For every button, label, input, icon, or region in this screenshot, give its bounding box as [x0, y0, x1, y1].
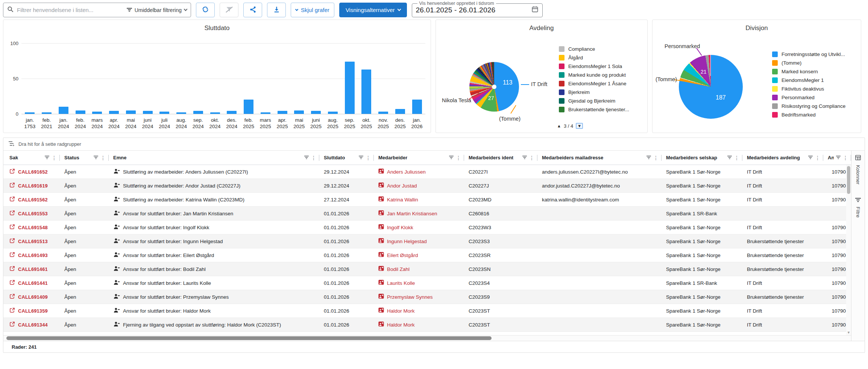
- calendar-icon[interactable]: [531, 6, 539, 14]
- case-link[interactable]: CALL691359: [18, 308, 48, 314]
- open-case-icon[interactable]: [9, 293, 15, 300]
- search-input[interactable]: [17, 7, 123, 13]
- column-filter-icon[interactable]: [727, 154, 732, 161]
- employee-link[interactable]: Eilert Østgård: [387, 253, 418, 258]
- case-link[interactable]: CALL691513: [18, 239, 48, 244]
- column-menu-icon[interactable]: ⋮: [311, 156, 316, 160]
- vertical-scrollbar-thumb[interactable]: [847, 166, 850, 194]
- case-link[interactable]: CALL691562: [18, 197, 48, 203]
- table-row[interactable]: CALL691409ÅpenAnsvar for sluttført bruke…: [3, 290, 851, 304]
- table-row[interactable]: CALL691553ÅpenAnsvar for sluttført bruke…: [3, 207, 851, 221]
- column-menu-icon[interactable]: ⋮: [653, 156, 659, 160]
- row-group-dropzone[interactable]: Dra hit for å sette radgrupper: [3, 138, 865, 151]
- column-filter-icon[interactable]: [808, 154, 813, 161]
- column-menu-icon[interactable]: ⋮: [529, 156, 534, 160]
- view-options-button[interactable]: Visningsalternativer: [339, 3, 407, 17]
- horizontal-scrollbar[interactable]: [3, 335, 851, 341]
- column-header-mail[interactable]: Medarbeiders mailadresse⋮: [537, 151, 662, 165]
- side-tab-filtre[interactable]: Filtre: [855, 197, 861, 218]
- column-filter-icon[interactable]: [522, 154, 527, 161]
- table-row[interactable]: CALL691562ÅpenSluttføring av medarbeider…: [3, 193, 851, 207]
- side-tab-kolonner[interactable]: Kolonner: [855, 154, 861, 184]
- column-header-selskap[interactable]: Medarbeiders selskap⋮: [662, 151, 742, 165]
- employee-link[interactable]: Haldor Mork: [387, 322, 415, 328]
- vertical-scrollbar[interactable]: ▼: [846, 165, 851, 335]
- table-row[interactable]: CALL691493ÅpenAnsvar for sluttført bruke…: [3, 248, 851, 262]
- filter-mode-dropdown[interactable]: Umiddelbar filtrering: [127, 7, 187, 13]
- table-row[interactable]: CALL691548ÅpenAnsvar for sluttført bruke…: [3, 221, 851, 234]
- column-menu-icon[interactable]: ⋮: [456, 156, 461, 160]
- column-filter-icon[interactable]: [449, 154, 454, 161]
- table-row[interactable]: CALL691652ÅpenSluttføring av medarbeider…: [3, 165, 851, 179]
- employee-link[interactable]: Przemyslaw Synnes: [387, 294, 433, 300]
- column-header-medarbeider[interactable]: Medarbeider⋮: [374, 151, 464, 165]
- legend-page-down-icon[interactable]: ▼: [576, 123, 583, 129]
- employee-link[interactable]: Laurits Kolle: [387, 280, 415, 286]
- column-menu-icon[interactable]: ⋮: [100, 156, 106, 160]
- open-case-icon[interactable]: [9, 266, 15, 272]
- column-header-avdeling[interactable]: Medarbeiders avdeling⋮: [742, 151, 823, 165]
- open-case-icon[interactable]: [9, 168, 15, 175]
- open-case-icon[interactable]: [9, 196, 15, 203]
- column-filter-icon[interactable]: [836, 154, 841, 161]
- search-box[interactable]: Umiddelbar filtrering: [3, 3, 191, 17]
- employee-link[interactable]: Katrina Wallin: [387, 197, 418, 203]
- column-header-emne[interactable]: Emne⋮: [109, 151, 319, 165]
- case-link[interactable]: CALL691344: [18, 322, 48, 328]
- table-row[interactable]: CALL691513ÅpenAnsvar for sluttført bruke…: [3, 234, 851, 248]
- table-row[interactable]: CALL691441ÅpenAnsvar for sluttført bruke…: [3, 276, 851, 290]
- column-header-sluttdato[interactable]: Sluttdato⋮: [319, 151, 374, 165]
- case-link[interactable]: CALL691441: [18, 280, 48, 286]
- column-header-ansvarssted[interactable]: Ansvarssted⋮: [823, 151, 851, 165]
- employee-link[interactable]: Ingunn Helgestad: [387, 239, 427, 244]
- column-header-ident[interactable]: Medarbeiders ident⋮: [464, 151, 537, 165]
- column-header-status[interactable]: Status⋮: [60, 151, 109, 165]
- open-case-icon[interactable]: [9, 280, 15, 286]
- scroll-down-icon[interactable]: ▼: [847, 331, 850, 334]
- date-range-value[interactable]: 26.01.2025 - 26.01.2026: [416, 6, 496, 14]
- open-case-icon[interactable]: [9, 307, 15, 314]
- employee-link[interactable]: Ingolf Klokk: [387, 225, 413, 230]
- column-header-sak[interactable]: Sak⋮: [3, 151, 60, 165]
- open-case-icon[interactable]: [9, 224, 15, 231]
- case-link[interactable]: CALL691548: [18, 225, 48, 230]
- table-row-partial[interactable]: [3, 332, 851, 335]
- date-range-field[interactable]: Vis henvendelser opprettet i tidsrom 26.…: [412, 1, 543, 17]
- column-menu-icon[interactable]: ⋮: [734, 156, 739, 160]
- horizontal-scrollbar-thumb[interactable]: [6, 336, 492, 340]
- case-link[interactable]: CALL691461: [18, 266, 48, 272]
- column-menu-icon[interactable]: ⋮: [815, 156, 820, 160]
- employee-link[interactable]: Haldor Mork: [387, 308, 415, 314]
- share-button[interactable]: [243, 3, 262, 17]
- table-row[interactable]: CALL691619ÅpenSluttføring av medarbeider…: [3, 179, 851, 193]
- column-filter-icon[interactable]: [94, 154, 98, 161]
- download-button[interactable]: [267, 3, 286, 17]
- table-row[interactable]: CALL691344ÅpenFjerning av tilgang ved op…: [3, 318, 851, 332]
- employee-link[interactable]: Anders Juliussen: [387, 169, 426, 175]
- legend-page-up-icon[interactable]: ▲: [557, 124, 561, 128]
- table-row[interactable]: CALL691461ÅpenAnsvar for sluttført bruke…: [3, 262, 851, 276]
- clear-filter-button[interactable]: [220, 3, 238, 17]
- column-filter-icon[interactable]: [45, 154, 49, 161]
- employee-link[interactable]: Jan Martin Kristiansen: [387, 211, 437, 216]
- open-case-icon[interactable]: [9, 210, 15, 217]
- refresh-button[interactable]: [196, 3, 215, 17]
- open-case-icon[interactable]: [9, 238, 15, 245]
- column-filter-icon[interactable]: [646, 154, 651, 161]
- hide-charts-button[interactable]: Skjul grafer: [291, 3, 334, 17]
- table-row[interactable]: CALL691359ÅpenAnsvar for sluttført bruke…: [3, 304, 851, 318]
- column-menu-icon[interactable]: ⋮: [843, 156, 848, 160]
- case-link[interactable]: CALL691652: [18, 169, 48, 175]
- open-case-icon[interactable]: [9, 252, 15, 259]
- employee-link[interactable]: Bodil Zahl: [387, 266, 410, 272]
- case-link[interactable]: CALL691409: [18, 294, 48, 300]
- open-case-icon[interactable]: [9, 321, 15, 328]
- column-menu-icon[interactable]: ⋮: [366, 156, 371, 160]
- case-link[interactable]: CALL691553: [18, 211, 48, 216]
- open-case-icon[interactable]: [9, 182, 15, 189]
- column-menu-icon[interactable]: ⋮: [52, 156, 57, 160]
- case-link[interactable]: CALL691493: [18, 253, 48, 258]
- employee-link[interactable]: Andor Justad: [387, 183, 417, 189]
- column-filter-icon[interactable]: [304, 154, 309, 161]
- column-filter-icon[interactable]: [359, 154, 363, 161]
